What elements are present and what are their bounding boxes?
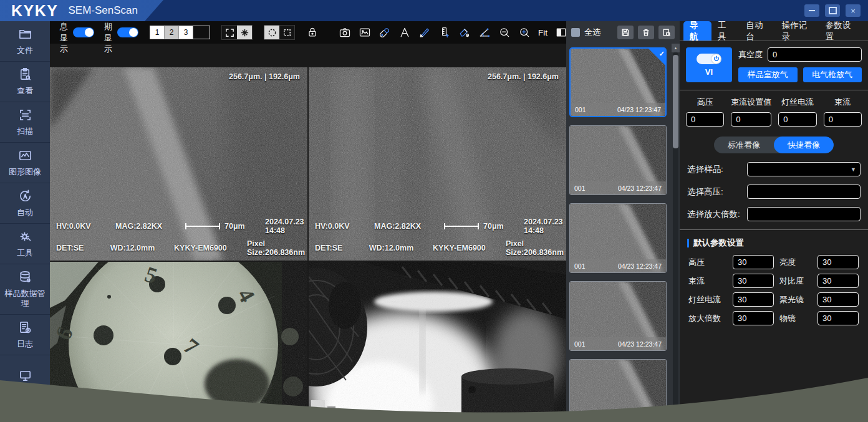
sidebar-item-graphics[interactable]: 图形图像 — [0, 143, 50, 183]
fit-button[interactable]: Fit — [537, 28, 549, 37]
mag-select-label: 选择放大倍数: — [687, 209, 747, 220]
param-input-filament[interactable] — [733, 292, 774, 307]
sidebar-item-scan[interactable]: 扫描 — [0, 102, 50, 143]
hv-select-row: 选择高压: — [680, 185, 868, 199]
tab-tools[interactable]: 工具 — [711, 21, 740, 41]
info-display-toggle[interactable] — [73, 27, 94, 37]
sem-image-2[interactable]: 256.7μm. | 192.6μm HV:0.0KV MAG:2.82KX 7… — [309, 67, 566, 261]
save-images-button[interactable] — [617, 26, 634, 39]
thumbnail-scrollbar[interactable] — [673, 52, 678, 422]
sidebar-item-partial[interactable] — [0, 355, 50, 396]
param-label-objective: 物镜 — [779, 313, 812, 324]
param-input-beam[interactable] — [733, 274, 774, 288]
beam-input[interactable] — [824, 112, 862, 127]
scroll-up-button[interactable]: ▴ — [672, 44, 680, 52]
wd-value: WD:12.0mm — [369, 244, 433, 252]
page-1-button[interactable]: 1 — [150, 26, 165, 39]
measure-area-button[interactable] — [457, 25, 472, 40]
scale-bar — [444, 226, 479, 227]
sidebar-item-auto[interactable]: 自动 — [0, 183, 50, 224]
select-all-checkbox[interactable] — [571, 28, 580, 37]
delete-images-button[interactable] — [638, 26, 654, 39]
hv-input[interactable] — [686, 112, 724, 127]
vent-gun-button[interactable]: 电气枪放气 — [803, 67, 862, 82]
camera-view-chamber[interactable] — [309, 262, 566, 422]
thumbnail-item[interactable]: ✓ 001 04/23 12:23:47 — [569, 47, 667, 117]
capture-button[interactable] — [337, 25, 352, 40]
param-label-magnification: 放大倍数 — [688, 313, 727, 324]
sem-overlay: HV:0.0KV MAG:2.82KX 70μm 2024.07.23 14:4… — [315, 218, 564, 257]
param-input-hv[interactable] — [733, 255, 774, 269]
thumbnail-item[interactable]: 001 04/23 12:23:47 — [569, 203, 667, 273]
sem-image-1[interactable]: 256.7μm. | 192.6μm HV:0.0KV MAG:2.82KX 7… — [50, 67, 307, 261]
title-bar: KYKY SEM-SenScan × — [0, 0, 868, 21]
zoom-in-button[interactable] — [517, 25, 532, 40]
param-input-brightness[interactable] — [817, 255, 859, 269]
sidebar-item-label: 图形图像 — [9, 167, 41, 177]
sample-select-dropdown[interactable] — [747, 162, 861, 176]
eraser-eye-icon — [458, 26, 471, 39]
beam-label: 束流 — [824, 97, 862, 108]
adjust-tools-button[interactable] — [377, 25, 392, 40]
expand-view-button[interactable] — [222, 26, 237, 39]
vent-chamber-button[interactable]: 样品室放气 — [738, 67, 798, 82]
tab-navigation[interactable]: 导航 — [683, 21, 711, 41]
standard-imaging-button[interactable]: 标准看像 — [714, 137, 774, 153]
hv-select-input[interactable] — [747, 185, 861, 199]
snapshot-button[interactable] — [357, 25, 372, 40]
text-annotation-button[interactable] — [397, 25, 412, 40]
mag-select-input[interactable] — [747, 207, 861, 221]
page-4-button[interactable] — [193, 26, 210, 39]
dashed-region-button[interactable] — [279, 26, 294, 39]
minimize-button[interactable] — [804, 4, 819, 17]
chamber-photo — [309, 262, 566, 422]
sidebar-item-tools[interactable]: 工具 — [0, 224, 50, 264]
filament-label: 灯丝电流 — [778, 97, 816, 108]
beam-set-input[interactable] — [731, 112, 771, 127]
sidebar-item-label: 样品数据管理 — [2, 289, 47, 309]
zoom-out-button[interactable] — [497, 25, 512, 40]
tab-auto-stage[interactable]: 自动台 — [740, 21, 776, 41]
param-input-condenser[interactable] — [817, 292, 859, 307]
sidebar-item-files[interactable]: 文件 — [0, 21, 50, 62]
tab-operation-log[interactable]: 操作记录 — [776, 21, 819, 41]
toggle-knob — [85, 28, 94, 37]
sidebar-item-log[interactable]: 日志 — [0, 315, 50, 355]
dashed-circle-button[interactable] — [264, 26, 279, 39]
measure-length-button[interactable] — [437, 25, 452, 40]
thumbnail-item[interactable]: 001 04/23 12:23:47 — [569, 281, 667, 351]
vacuum-input[interactable] — [768, 47, 862, 62]
date-display-toggle[interactable] — [117, 27, 138, 37]
thumbnail-item[interactable]: 001 04/23 12:23:47 — [569, 125, 667, 195]
thumbnail-id: 001 — [574, 418, 586, 422]
thumbnail-item[interactable]: 001 04/23 12:23:47 — [569, 359, 667, 422]
camera-view-stage[interactable]: 5 4 6 7 — [50, 262, 307, 422]
main-toolbar: 信息显示 日期显示 1 2 3 — [50, 21, 566, 44]
sample-select-row: 选择样品: ▼ — [680, 162, 868, 176]
quick-imaging-button[interactable]: 快捷看像 — [774, 137, 834, 153]
measure-angle-button[interactable] — [477, 25, 492, 40]
app-title: SEM-SenScan — [68, 4, 138, 17]
filament-input[interactable] — [778, 112, 816, 127]
param-input-objective[interactable] — [817, 311, 859, 325]
lock-button[interactable] — [305, 25, 320, 40]
param-input-contrast[interactable] — [817, 274, 859, 288]
close-button[interactable]: × — [846, 4, 861, 17]
param-input-magnification[interactable] — [733, 311, 774, 325]
param-label-contrast: 对比度 — [779, 276, 812, 287]
page-3-button[interactable]: 3 — [179, 26, 193, 39]
preview-images-button[interactable] — [658, 26, 675, 39]
tab-parameter-settings[interactable]: 参数设置 — [819, 21, 863, 41]
clipboard-icon — [18, 67, 32, 82]
scrollbar-thumb[interactable] — [673, 55, 678, 148]
vi-toggle-switch[interactable] — [697, 54, 721, 64]
draw-annotation-button[interactable] — [417, 25, 432, 40]
grid-pattern-button[interactable] — [237, 26, 252, 39]
maximize-button[interactable] — [825, 4, 840, 17]
vi-toggle-button[interactable]: VI — [686, 47, 732, 82]
sidebar-item-view[interactable]: 查看 — [0, 62, 50, 102]
sidebar-item-sample-data[interactable]: 样品数据管理 — [0, 264, 50, 315]
text-icon — [398, 26, 411, 39]
page-2-button[interactable]: 2 — [165, 26, 179, 39]
fov-size-label: 256.7μm. | 192.6μm — [488, 72, 559, 81]
